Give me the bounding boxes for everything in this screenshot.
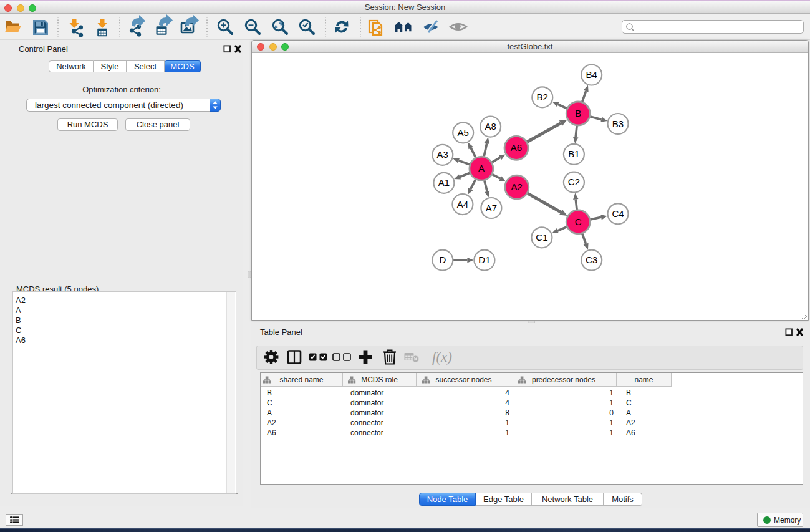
svg-text:B4: B4 bbox=[586, 69, 597, 80]
svg-text:C: C bbox=[575, 216, 582, 227]
svg-text:B2: B2 bbox=[537, 92, 548, 102]
svg-text:B: B bbox=[575, 108, 581, 118]
svg-text:A8: A8 bbox=[485, 121, 496, 132]
svg-text:D1: D1 bbox=[478, 254, 490, 265]
svg-text:A7: A7 bbox=[486, 203, 497, 213]
svg-text:C4: C4 bbox=[612, 208, 624, 219]
svg-text:A6: A6 bbox=[511, 142, 522, 153]
svg-text:C2: C2 bbox=[568, 177, 580, 187]
svg-text:D: D bbox=[439, 254, 446, 265]
svg-text:A3: A3 bbox=[437, 149, 448, 160]
svg-text:A4: A4 bbox=[457, 199, 468, 210]
svg-text:B3: B3 bbox=[612, 118, 624, 129]
svg-text:f(x): f(x) bbox=[432, 349, 452, 365]
svg-text:B1: B1 bbox=[568, 148, 579, 159]
svg-text:A1: A1 bbox=[438, 177, 450, 188]
svg-text:A: A bbox=[478, 163, 485, 173]
svg-text:A5: A5 bbox=[458, 127, 469, 138]
svg-text:C1: C1 bbox=[536, 232, 547, 243]
svg-text:C3: C3 bbox=[586, 254, 597, 265]
svg-text:A2: A2 bbox=[511, 181, 523, 192]
